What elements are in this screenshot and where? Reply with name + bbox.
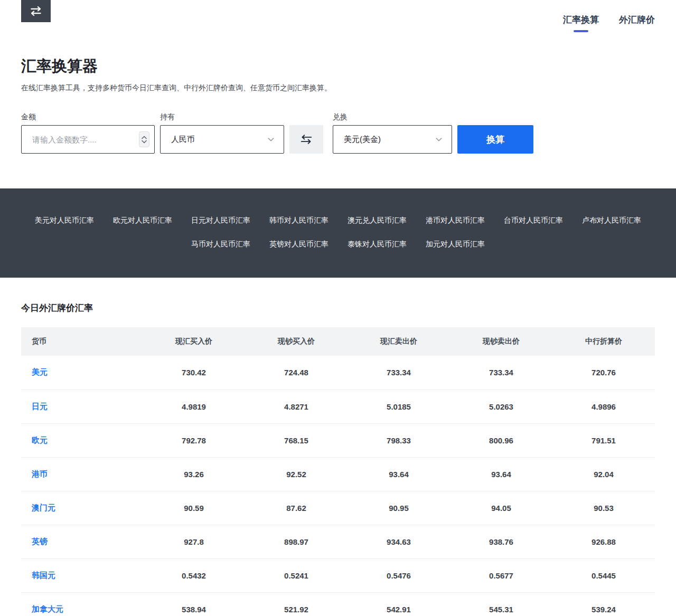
rate-value: 521.92: [245, 592, 348, 616]
to-currency-value: 美元(美金): [344, 135, 381, 145]
hero-section: 汇率换算器 在线汇率换算工具，支持多种货币今日汇率查询、中行外汇牌价查询、任意货…: [0, 57, 676, 92]
quick-link[interactable]: 澳元兑人民币汇率: [348, 215, 407, 225]
quick-link[interactable]: 韩币对人民币汇率: [269, 215, 328, 225]
currency-link[interactable]: 加拿大元: [32, 604, 63, 613]
currency-cell: 澳门元: [21, 491, 143, 525]
rate-value: 798.33: [348, 423, 450, 457]
column-header: 货币: [21, 327, 143, 356]
currency-link[interactable]: 港币: [32, 469, 48, 478]
rate-value: 0.5476: [348, 558, 450, 592]
quick-link[interactable]: 泰铢对人民币汇率: [348, 239, 407, 249]
rate-value: 720.76: [552, 356, 655, 390]
table-row: 日元4.98194.82715.01855.02634.9896: [21, 390, 655, 423]
rate-value: 4.8271: [245, 390, 348, 423]
top-bar: 汇率换算 外汇牌价: [0, 0, 676, 22]
currency-cell: 美元: [21, 356, 143, 390]
quick-link[interactable]: 英镑对人民币汇率: [269, 239, 328, 249]
amount-input[interactable]: [22, 126, 154, 153]
rate-value: 792.78: [143, 423, 245, 457]
currency-cell: 韩国元: [21, 558, 143, 592]
column-header: 现钞卖出价: [450, 327, 552, 356]
rate-value: 0.5432: [143, 558, 245, 592]
chevron-up-icon: [142, 136, 147, 139]
page-title: 汇率换算器: [21, 57, 655, 75]
rate-value: 5.0263: [450, 390, 552, 423]
quick-links-row: 美元对人民币汇率欧元对人民币汇率日元对人民币汇率韩币对人民币汇率澳元兑人民币汇率…: [21, 215, 655, 225]
rate-value: 5.0185: [348, 390, 450, 423]
currency-link[interactable]: 英镑: [32, 537, 48, 546]
rate-value: 545.31: [450, 592, 552, 616]
table-row: 加拿大元538.94521.92542.91545.31539.24: [21, 592, 655, 616]
rate-value: 934.63: [348, 525, 450, 558]
converter-form: 金额 持有 人民币 兑换 美元(美金): [0, 113, 676, 154]
rate-value: 87.62: [245, 491, 348, 525]
swap-currencies-button[interactable]: [289, 125, 323, 154]
rate-value: 730.42: [143, 356, 245, 390]
to-label: 兑换: [333, 113, 452, 121]
rate-value: 733.34: [348, 356, 450, 390]
rate-value: 93.26: [143, 457, 245, 491]
to-currency-select[interactable]: 美元(美金): [333, 125, 452, 154]
table-header-row: 货币现汇买入价现钞买入价现汇卖出价现钞卖出价中行折算价: [21, 327, 655, 356]
rate-value: 90.59: [143, 491, 245, 525]
number-stepper[interactable]: [139, 131, 149, 147]
column-header: 现钞买入价: [245, 327, 348, 356]
page-subtitle: 在线汇率换算工具，支持多种货币今日汇率查询、中行外汇牌价查询、任意货币之间汇率换…: [21, 83, 655, 92]
currency-cell: 日元: [21, 390, 143, 423]
quick-link[interactable]: 卢布对人民币汇率: [582, 215, 641, 225]
currency-link[interactable]: 日元: [32, 402, 48, 411]
column-header: 中行折算价: [552, 327, 655, 356]
rate-value: 539.24: [552, 592, 655, 616]
rate-value: 92.04: [552, 457, 655, 491]
chevron-down-icon: [142, 140, 147, 144]
main-nav: 汇率换算 外汇牌价: [563, 14, 655, 32]
quick-link[interactable]: 日元对人民币汇率: [191, 215, 250, 225]
convert-button[interactable]: 换算: [457, 125, 533, 154]
rate-value: 927.8: [143, 525, 245, 558]
from-currency-select[interactable]: 人民币: [160, 125, 284, 154]
rate-value: 93.64: [450, 457, 552, 491]
currency-link[interactable]: 澳门元: [32, 503, 55, 512]
quick-links-band: 美元对人民币汇率欧元对人民币汇率日元对人民币汇率韩币对人民币汇率澳元兑人民币汇率…: [0, 188, 676, 278]
rate-value: 542.91: [348, 592, 450, 616]
currency-cell: 欧元: [21, 423, 143, 457]
rate-value: 0.5677: [450, 558, 552, 592]
rate-value: 94.05: [450, 491, 552, 525]
rate-value: 4.9819: [143, 390, 245, 423]
table-row: 韩国元0.54320.52410.54760.56770.5445: [21, 558, 655, 592]
rate-value: 938.76: [450, 525, 552, 558]
quick-link[interactable]: 加元对人民币汇率: [426, 239, 485, 249]
tab-exchange-converter[interactable]: 汇率换算: [563, 14, 599, 32]
column-header: 现汇买入价: [143, 327, 245, 356]
currency-cell: 英镑: [21, 525, 143, 558]
quick-links-row: 马币对人民币汇率英镑对人民币汇率泰铢对人民币汇率加元对人民币汇率: [21, 239, 655, 249]
quick-link[interactable]: 马币对人民币汇率: [191, 239, 250, 249]
quick-link[interactable]: 台币对人民币汇率: [504, 215, 563, 225]
rate-value: 898.97: [245, 525, 348, 558]
quick-link[interactable]: 港币对人民币汇率: [426, 215, 485, 225]
rate-value: 92.52: [245, 457, 348, 491]
rate-value: 93.64: [348, 457, 450, 491]
rates-section: 今日外汇牌价汇率 货币现汇买入价现钞买入价现汇卖出价现钞卖出价中行折算价 美元7…: [0, 302, 676, 616]
rate-value: 0.5445: [552, 558, 655, 592]
from-label: 持有: [160, 113, 284, 121]
app-logo[interactable]: [21, 0, 51, 22]
currency-link[interactable]: 韩国元: [32, 571, 55, 580]
from-currency-value: 人民币: [171, 135, 195, 145]
chevron-down-icon: [435, 135, 443, 144]
amount-field: 金额: [21, 113, 155, 154]
rate-value: 791.51: [552, 423, 655, 457]
rate-value: 926.88: [552, 525, 655, 558]
rate-value: 90.95: [348, 491, 450, 525]
quick-link[interactable]: 美元对人民币汇率: [35, 215, 94, 225]
currency-link[interactable]: 美元: [32, 367, 48, 376]
tab-forex-prices[interactable]: 外汇牌价: [619, 14, 655, 32]
table-row: 澳门元90.5987.6290.9594.0590.53: [21, 491, 655, 525]
rate-value: 800.96: [450, 423, 552, 457]
table-row: 港币93.2692.5293.6493.6492.04: [21, 457, 655, 491]
rates-title: 今日外汇牌价汇率: [21, 302, 655, 315]
currency-link[interactable]: 欧元: [32, 435, 48, 444]
rate-value: 733.34: [450, 356, 552, 390]
quick-link[interactable]: 欧元对人民币汇率: [113, 215, 172, 225]
currency-cell: 加拿大元: [21, 592, 143, 616]
